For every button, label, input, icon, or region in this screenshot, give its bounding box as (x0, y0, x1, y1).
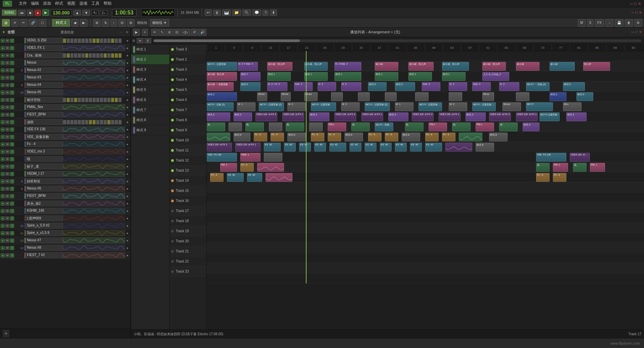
ch-mute[interactable]: M (5, 76, 9, 80)
clip[interactable]: lo_2 (499, 82, 519, 91)
pattern-item[interactable]: 样式 2 (131, 55, 169, 65)
channel-name[interactable]: 唱 (25, 156, 63, 162)
ch-more[interactable]: + (125, 91, 130, 95)
ch-more[interactable]: + (125, 216, 130, 220)
ch-mute[interactable]: M (5, 83, 9, 87)
step-btn[interactable] (63, 98, 66, 102)
ch-more[interactable]: + (125, 165, 130, 169)
channel-name[interactable]: Nexus #4 (25, 82, 63, 88)
step-btn[interactable] (96, 98, 99, 102)
pattern-prev[interactable]: ◀ (71, 19, 79, 27)
arr-minimize[interactable]: ─ (632, 30, 634, 34)
clip[interactable]: 样式 2 (207, 92, 237, 101)
ch-solo[interactable]: S (10, 105, 14, 109)
step-btn[interactable] (111, 53, 114, 58)
ch-more[interactable]: + (125, 246, 130, 250)
ch-more[interactable]: + (125, 61, 130, 65)
clip[interactable]: 郝小靖 (516, 62, 539, 71)
track-row[interactable] (207, 182, 644, 193)
ch-toggle[interactable]: ● (1, 239, 5, 243)
menu-style[interactable]: 样式 (55, 1, 63, 6)
step-btn[interactable] (107, 98, 111, 102)
clip[interactable]: Fx - 4 (536, 173, 550, 182)
ch-toggle[interactable]: ● (1, 216, 5, 220)
clip[interactable]: 样式 5 (395, 82, 415, 91)
ch-solo[interactable]: S (10, 120, 14, 124)
tracks-scroll[interactable]: MCYY - 过度音效lo_2 > loop_2郝小靖、郎入声郝小靖、郎入声lo… (207, 51, 644, 329)
clip[interactable]: 风 (499, 123, 518, 131)
clip[interactable]: 郝小靖 (550, 62, 575, 71)
ch-toggle[interactable]: ● (1, 91, 5, 95)
step-btn[interactable] (107, 38, 111, 43)
clip[interactable]: 样式 1 (375, 72, 398, 81)
clip[interactable]: 样式 5 (563, 82, 585, 91)
clip[interactable]: KS_40 (350, 143, 361, 151)
clip[interactable] (516, 92, 529, 101)
track-row[interactable] (207, 253, 644, 263)
clip[interactable]: 06.res (502, 102, 521, 111)
step-btn[interactable] (85, 120, 88, 125)
group-btn[interactable]: ⊟ (118, 19, 126, 27)
arr-play-btn[interactable]: ▶ (133, 29, 140, 36)
step-btn[interactable] (81, 53, 85, 58)
ch-solo[interactable]: S (10, 68, 14, 72)
help-btn[interactable]: ? (263, 10, 269, 16)
ch-mute[interactable]: M (5, 120, 9, 124)
pattern-item[interactable]: 样式 3 (131, 65, 169, 75)
ch-solo[interactable]: S (10, 91, 14, 95)
ch-toggle[interactable]: ● (1, 46, 5, 50)
ch-more[interactable]: + (125, 120, 130, 124)
step-btn[interactable] (89, 98, 92, 102)
fill-tool[interactable]: ⬡ (39, 19, 46, 27)
clip[interactable]: PM.x (328, 123, 346, 131)
clip[interactable]: VDE3 128_ot FX 3 (334, 112, 356, 121)
bpm-display[interactable]: 130.000 (50, 9, 72, 16)
step-btn[interactable] (92, 120, 96, 125)
clip[interactable]: 郝小靖、郎入声 (482, 62, 506, 71)
clip[interactable]: PMA_x (240, 153, 260, 162)
track-row[interactable]: VEE_FX 136PMA_xVEE_FX 136VDE3 128_ot FX … (207, 152, 644, 162)
clip[interactable]: 样式 1 (408, 72, 432, 81)
clip[interactable]: VDE3 128_ot FX 3 (489, 112, 511, 121)
sort-btn[interactable]: ↕ (111, 19, 117, 27)
ch-mute[interactable]: M (5, 157, 9, 161)
zoom-h-btn[interactable]: ⇔ (137, 38, 144, 43)
ch-toggle[interactable]: ● (1, 61, 5, 65)
download-btn[interactable]: ⬇ (270, 9, 277, 16)
ch-toggle[interactable]: ● (1, 120, 5, 124)
pattern-item[interactable]: 样式 5 (131, 85, 169, 95)
clip[interactable] (264, 153, 282, 162)
clip[interactable]: PM.x (429, 123, 447, 131)
track-row[interactable] (207, 233, 644, 243)
clip[interactable]: MCYY → 音效 (2) (526, 82, 550, 91)
clip[interactable]: 郝小靖 (375, 62, 398, 71)
clip[interactable]: VEE_FX 136 (536, 153, 566, 162)
pitch-up[interactable]: ▲ (73, 10, 81, 16)
clip[interactable]: 样式 3 (566, 112, 587, 121)
ch-more[interactable]: + (125, 179, 130, 183)
ch-mute[interactable]: M (5, 216, 9, 220)
clip[interactable]: 样式 2 (550, 92, 566, 101)
channel-name[interactable]: VDE3..FX 1 (25, 45, 63, 51)
clip[interactable]: 郝小靖、郎入声 (442, 62, 469, 71)
step-btn[interactable] (115, 120, 118, 125)
arr-loop-btn[interactable]: ↺ (191, 29, 198, 36)
ch-toggle[interactable]: ● (1, 150, 5, 154)
track-row[interactable]: PM_xFx - 4 风PM_x风PM_x (207, 162, 644, 172)
ch-mute[interactable]: M (5, 194, 9, 198)
menu-add[interactable]: 添加 (43, 1, 51, 6)
clip[interactable]: VDE3 128_ot FX 1 (282, 112, 304, 121)
clip[interactable]: 样式 8 (234, 133, 250, 141)
step-btn[interactable] (78, 120, 81, 125)
clip[interactable]: VDE3 128_ot FX 1 (207, 143, 232, 151)
clip[interactable]: lo_2 > lo_2 (267, 82, 287, 91)
ch-mute[interactable]: M (5, 172, 9, 176)
ch-mute[interactable]: M (5, 39, 9, 43)
ch-mute[interactable]: M (5, 98, 9, 102)
step-btn[interactable] (74, 38, 77, 43)
track-row[interactable]: 郝小靖 → 音量采数样式 5lo_2 > lo_2loop_2lo_2lo_2样… (207, 81, 644, 92)
ch-more[interactable]: + (125, 39, 130, 43)
track-row[interactable] (207, 223, 644, 233)
channel-name[interactable]: VEDM_I 17 (25, 171, 63, 177)
ch-toggle[interactable]: ● (1, 165, 5, 169)
